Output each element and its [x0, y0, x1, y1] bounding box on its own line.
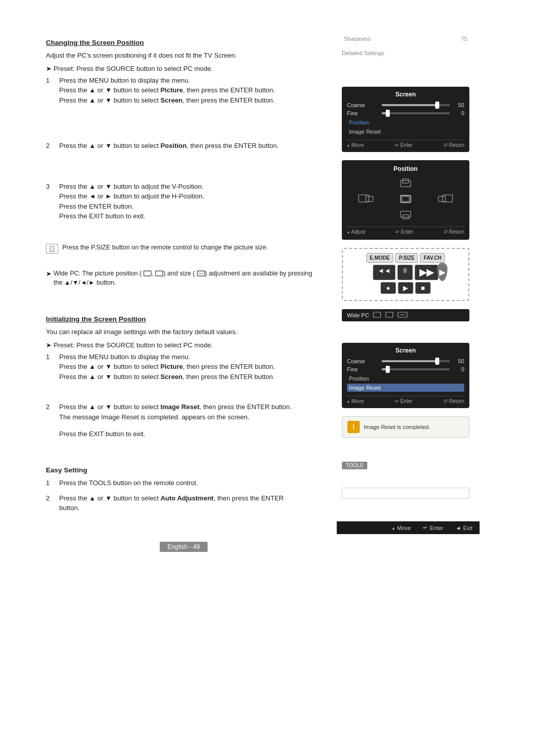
- move-label: Move: [397, 525, 411, 531]
- svg-rect-14: [373, 312, 381, 317]
- page-number: English - 49: [160, 542, 207, 552]
- auto-adjustment-box: [342, 488, 469, 499]
- svg-rect-7: [366, 196, 373, 201]
- position-panel: Position: [342, 160, 469, 240]
- wide-pc-label: Wide PC: [347, 312, 369, 318]
- fine-slider-2: [382, 368, 450, 370]
- right-sidebar: Sharpness 75 Detailed Settings Screen Co…: [337, 20, 480, 736]
- panel-footer: ⬧ Move ↵ Enter ↺ Return: [347, 140, 464, 148]
- pause-btn[interactable]: II: [397, 265, 413, 280]
- step-number: 1: [46, 352, 54, 362]
- wide-pc-text: Wide PC: The picture position ( , ) and …: [54, 269, 321, 288]
- step-number: 1: [46, 75, 54, 86]
- emode-btn[interactable]: E.MODE: [366, 253, 393, 263]
- panel-2-footer: ⬧ Move ↵ Enter ↺ Return: [347, 396, 464, 404]
- position-row: Position: [347, 118, 464, 127]
- sharpness-label: Sharpness 75: [342, 36, 469, 42]
- note-icon: 📋: [46, 244, 58, 254]
- section-changing-position: Changing the Screen Position Adjust the …: [46, 39, 321, 288]
- wide-pc-bar: Wide PC: [342, 309, 469, 321]
- step-item: 1 Press the TOOLS button on the remote c…: [46, 478, 321, 488]
- step-text: Press the MENU button to display the men…: [59, 75, 321, 106]
- svg-rect-12: [400, 211, 411, 217]
- step-number: 2: [46, 493, 54, 503]
- wide-pc-icon1: [373, 312, 381, 319]
- wide-pc-note: ➤ Wide PC: The picture position ( , ) an…: [46, 269, 321, 288]
- remote-panel: E.MODE P.SIZE FAV.CH ◄◄ II ▶▶ ▶ ● ▶ ■: [342, 248, 469, 301]
- footer-enter: ↵ Enter: [395, 142, 413, 148]
- screen-panel-title: Screen: [347, 91, 464, 98]
- image-reset-row: Image Reset: [347, 128, 464, 136]
- section1-preset: ➤ Preset: Press the SOURCE button to sel…: [46, 65, 321, 72]
- fine-row: Fine 0: [347, 110, 464, 116]
- detailed-settings-label: Detailed Settings: [342, 50, 469, 56]
- sharpness-value: 75: [461, 36, 467, 42]
- coarse-row-2: Coarse 50: [347, 358, 464, 364]
- footer-enter-2: ↵ Enter: [395, 398, 413, 404]
- page-footer: English - 49: [46, 539, 321, 552]
- step-item: 2 Press the ▲ or ▼ button to select Auto…: [46, 493, 321, 513]
- step-item: 3 Press the ▲ or ▼ button to adjust the …: [46, 182, 321, 221]
- section2-step2: 2 Press the ▲ or ▼ button to select Imag…: [46, 402, 321, 422]
- footer-return-2: ↺ Return: [443, 398, 464, 404]
- pos-down: [399, 210, 412, 220]
- move-icon: ⬧: [392, 525, 395, 531]
- exit-instruction: Press the EXIT button to exit.: [46, 430, 321, 438]
- footer-move: ⬧ Move: [347, 142, 364, 148]
- section2-heading: Initializing the Screen Position: [46, 315, 321, 323]
- pos-right: [437, 193, 454, 206]
- psize-btn[interactable]: P.SIZE: [395, 253, 418, 263]
- screen-panel-2: Screen Coarse 50 Fine 0 Position Image R…: [342, 343, 469, 408]
- step-text: Press the TOOLS button on the remote con…: [59, 478, 321, 488]
- section1-step2: 2 Press the ▲ or ▼ button to select Posi…: [46, 141, 321, 151]
- rewind-btn[interactable]: ◄◄: [373, 265, 395, 280]
- remote-row2: ◄◄ II ▶▶ ▶: [347, 265, 464, 280]
- note-text: Press the P.SIZE button on the remote co…: [62, 244, 268, 251]
- warning-icon: !: [347, 421, 360, 433]
- coarse-slider: [382, 104, 450, 106]
- svg-rect-6: [359, 195, 369, 202]
- left-content: Changing the Screen Position Adjust the …: [0, 20, 337, 736]
- image-reset-message: Image Reset is completed.: [364, 424, 430, 430]
- enter-label: Enter: [430, 525, 443, 531]
- section1-heading: Changing the Screen Position: [46, 39, 321, 46]
- step-item: 2 Press the ▲ or ▼ button to select Imag…: [46, 402, 321, 422]
- section1-step3: 3 Press the ▲ or ▼ button to adjust the …: [46, 182, 321, 221]
- footer-return: ↺ Return: [443, 142, 464, 148]
- coarse-label: Coarse: [347, 102, 378, 108]
- screen-panel-2-title: Screen: [347, 347, 464, 354]
- section2-steps: 1 Press the MENU button to display the m…: [46, 352, 321, 382]
- stop-btn[interactable]: ■: [415, 282, 431, 294]
- step-text: Press the ▲ or ▼ button to select Auto A…: [59, 493, 321, 513]
- fine-slider: [382, 112, 450, 114]
- record-btn[interactable]: ●: [381, 282, 396, 294]
- fine-label: Fine: [347, 110, 378, 116]
- note-box: 📋 Press the P.SIZE button on the remote …: [46, 242, 321, 256]
- tools-button[interactable]: TOOLS: [342, 462, 367, 469]
- coarse-slider-2: [382, 360, 450, 362]
- section3-heading: Easy Setting: [46, 466, 321, 474]
- footer-exit-item: ◄ Exit: [456, 525, 472, 531]
- footer-return: ↺ Return: [443, 229, 464, 235]
- section1-steps: 1 Press the MENU button to display the m…: [46, 75, 321, 106]
- pos-center: [399, 194, 412, 205]
- position-row-2: Position: [347, 374, 464, 383]
- step-text: Press the ▲ or ▼ button to adjust the V-…: [59, 182, 321, 221]
- play-btn[interactable]: ▶: [398, 282, 413, 294]
- wide-pc-icon3: [397, 312, 408, 319]
- step-number: 1: [46, 478, 54, 488]
- favch-btn[interactable]: FAV.CH: [420, 253, 445, 263]
- image-reset-notification: ! Image Reset is completed.: [342, 416, 469, 438]
- exit-label: Exit: [463, 525, 472, 531]
- svg-rect-0: [144, 271, 151, 276]
- step-number: 2: [46, 141, 54, 151]
- footer-enter: ↵ Enter: [395, 229, 413, 235]
- section2-preset: ➤ Preset: Press the SOURCE button to sel…: [46, 341, 321, 349]
- coarse-value: 50: [454, 102, 464, 108]
- svg-rect-5: [403, 179, 409, 183]
- tools-btn-area: TOOLS: [342, 461, 469, 472]
- wide-pc-icon2: [385, 312, 393, 319]
- ffwd-btn[interactable]: ▶▶: [415, 265, 438, 280]
- sharpness-text: Sharpness: [344, 36, 371, 42]
- coarse-row: Coarse 50: [347, 102, 464, 108]
